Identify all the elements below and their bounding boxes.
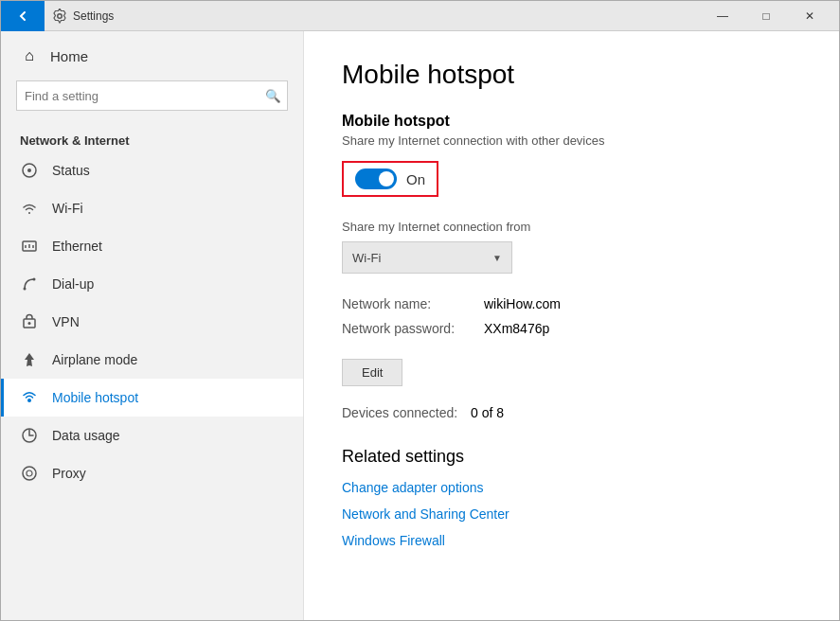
sidebar-item-datausage-label: Data usage — [52, 428, 120, 443]
network-password-row: Network password: XXm8476p — [342, 321, 801, 336]
sidebar-section-title: Network & Internet — [1, 126, 303, 151]
home-label: Home — [50, 48, 88, 64]
share-option-label: Wi-Fi — [352, 251, 381, 265]
network-name-key: Network name: — [342, 296, 484, 311]
network-password-value: XXm8476p — [484, 321, 549, 336]
section-title: Mobile hotspot — [342, 113, 801, 130]
sidebar-item-status[interactable]: Status — [1, 151, 303, 189]
svg-point-12 — [23, 467, 36, 480]
sidebar-item-dialup[interactable]: Dial-up — [1, 265, 303, 303]
sidebar-item-proxy[interactable]: Proxy — [1, 454, 303, 492]
sidebar-item-wifi[interactable]: Wi-Fi — [1, 189, 303, 227]
toggle-container[interactable]: On — [342, 161, 438, 197]
datausage-icon — [20, 426, 39, 445]
svg-point-9 — [28, 322, 31, 325]
sidebar-item-wifi-label: Wi-Fi — [52, 201, 83, 216]
sidebar-item-datausage[interactable]: Data usage — [1, 417, 303, 454]
vpn-icon — [20, 312, 39, 331]
sidebar-item-vpn[interactable]: VPN — [1, 303, 303, 341]
share-dropdown[interactable]: Wi-Fi ▼ — [342, 241, 512, 274]
share-section: Share my Internet connection from Wi-Fi … — [342, 220, 801, 274]
minimize-button[interactable]: — — [701, 1, 744, 31]
svg-point-13 — [27, 470, 32, 476]
sidebar-item-ethernet[interactable]: Ethernet — [1, 227, 303, 265]
sidebar-item-vpn-label: VPN — [52, 314, 80, 329]
svg-point-10 — [27, 399, 31, 402]
toggle-switch[interactable] — [355, 169, 397, 189]
settings-window: Settings — □ ✕ ⌂ Home 🔍 Network & Intern… — [0, 0, 840, 621]
sidebar-item-hotspot-label: Mobile hotspot — [52, 390, 138, 405]
devices-key: Devices connected: — [342, 405, 457, 420]
wifi-icon — [20, 199, 39, 218]
page-title: Mobile hotspot — [342, 60, 801, 90]
firewall-link[interactable]: Windows Firewall — [342, 533, 801, 548]
devices-row: Devices connected: 0 of 8 — [342, 405, 801, 420]
svg-point-6 — [33, 278, 36, 281]
sidebar-item-hotspot[interactable]: Mobile hotspot — [1, 379, 303, 417]
edit-button[interactable]: Edit — [342, 359, 402, 386]
sidebar-item-status-label: Status — [52, 163, 90, 178]
maximize-button[interactable]: □ — [744, 1, 788, 31]
home-icon: ⌂ — [20, 46, 39, 65]
close-button[interactable]: ✕ — [788, 1, 831, 31]
main-content: ⌂ Home 🔍 Network & Internet Status Wi-Fi — [1, 31, 839, 620]
share-label: Share my Internet connection from — [342, 220, 801, 234]
window-title: Settings — [73, 9, 701, 23]
back-icon — [17, 10, 28, 22]
sidebar: ⌂ Home 🔍 Network & Internet Status Wi-Fi — [1, 31, 304, 620]
right-panel: Mobile hotspot Mobile hotspot Share my I… — [304, 31, 839, 620]
network-info: Network name: wikiHow.com Network passwo… — [342, 296, 801, 336]
search-button[interactable]: 🔍 — [261, 84, 284, 107]
sidebar-home[interactable]: ⌂ Home — [1, 31, 303, 80]
dropdown-arrow-icon: ▼ — [492, 253, 502, 263]
related-settings-title: Related settings — [342, 447, 801, 467]
back-button[interactable] — [1, 1, 45, 31]
sidebar-item-airplane-label: Airplane mode — [52, 352, 137, 367]
sidebar-item-dialup-label: Dial-up — [52, 276, 94, 292]
airplane-icon — [20, 350, 39, 369]
search-input[interactable] — [16, 80, 288, 111]
network-name-row: Network name: wikiHow.com — [342, 296, 801, 311]
sharing-center-link[interactable]: Network and Sharing Center — [342, 506, 801, 522]
hotspot-icon — [20, 388, 39, 407]
ethernet-icon — [20, 237, 39, 256]
status-icon — [20, 161, 39, 180]
change-adapter-link[interactable]: Change adapter options — [342, 480, 801, 495]
section-subtitle: Share my Internet connection with other … — [342, 133, 801, 148]
dialup-icon — [20, 275, 39, 293]
window-controls: — □ ✕ — [701, 1, 831, 31]
devices-value: 0 of 8 — [471, 405, 504, 420]
svg-point-1 — [27, 169, 31, 172]
search-container: 🔍 — [1, 80, 303, 126]
toggle-label: On — [406, 171, 425, 187]
network-name-value: wikiHow.com — [484, 296, 561, 311]
proxy-icon — [20, 464, 39, 483]
sidebar-item-ethernet-label: Ethernet — [52, 239, 102, 254]
settings-icon — [52, 9, 67, 24]
sidebar-item-airplane[interactable]: Airplane mode — [1, 341, 303, 379]
sidebar-item-proxy-label: Proxy — [52, 466, 86, 481]
toggle-knob — [379, 171, 394, 186]
svg-point-7 — [24, 288, 27, 291]
titlebar: Settings — □ ✕ — [1, 1, 839, 31]
network-password-key: Network password: — [342, 321, 484, 336]
